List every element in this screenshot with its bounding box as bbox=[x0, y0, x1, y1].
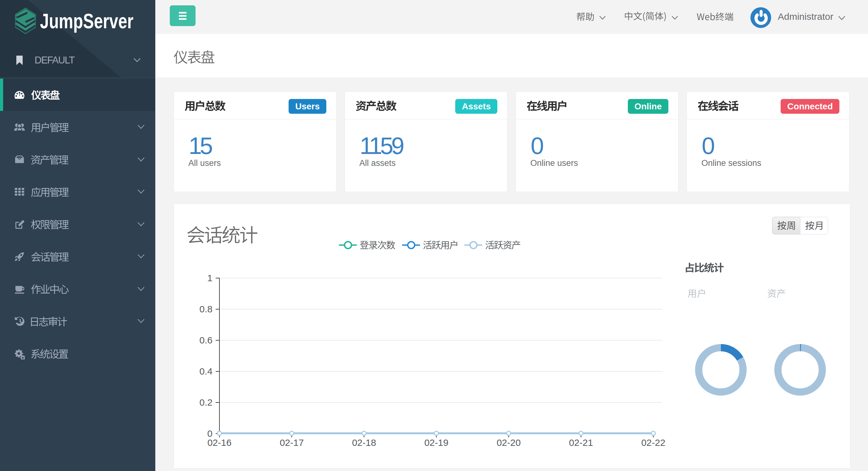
svg-text:0.6: 0.6 bbox=[199, 335, 213, 345]
svg-text:02-17: 02-17 bbox=[280, 437, 304, 448]
svg-text:1: 1 bbox=[207, 273, 213, 283]
svg-text:0.8: 0.8 bbox=[199, 304, 213, 314]
svg-text:0.2: 0.2 bbox=[199, 397, 213, 407]
svg-text:02-16: 02-16 bbox=[208, 437, 232, 448]
svg-text:02-22: 02-22 bbox=[641, 437, 665, 448]
svg-text:02-21: 02-21 bbox=[569, 437, 593, 448]
svg-text:02-20: 02-20 bbox=[497, 437, 521, 448]
svg-text:0.4: 0.4 bbox=[199, 366, 213, 376]
svg-text:02-18: 02-18 bbox=[352, 437, 376, 448]
svg-text:02-19: 02-19 bbox=[425, 437, 448, 448]
